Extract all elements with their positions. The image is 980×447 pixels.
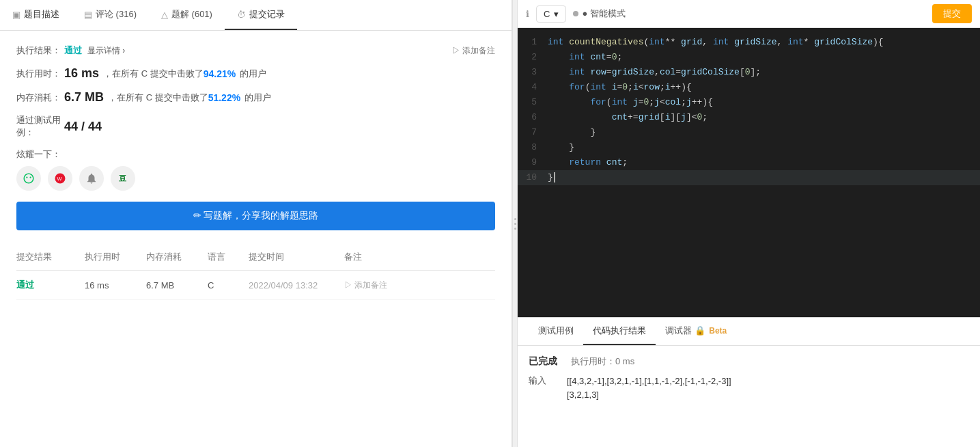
time-suffix: 的用户: [240, 68, 266, 80]
input-row: 输入 [[4,3,2,-1],[3,2,1,-1],[1,1,-1,-2],[-…: [529, 375, 969, 387]
tab-description[interactable]: ▣ 题目描述: [0, 0, 72, 30]
bottom-panel: 测试用例 代码执行结果 调试器 🔒 Beta 已完成 执行用时：0 ms 输入 …: [518, 317, 980, 447]
toolbar-right: 提交: [932, 4, 972, 23]
language-selector[interactable]: C ▾: [536, 5, 566, 23]
testcase-row: 通过测试用例： 44 / 44: [16, 114, 495, 139]
share-label: 炫耀一下：: [16, 148, 495, 161]
exec-time-label: 执行用时：0 ms: [571, 355, 634, 368]
testcase-value: 44 / 44: [64, 120, 102, 134]
code-line-7: 7 }: [518, 125, 980, 140]
memory-suffix: 的用户: [244, 92, 271, 104]
code-line-5: 5 for(int j=0;j<col;j++){: [518, 95, 980, 110]
svg-text:W: W: [57, 176, 63, 182]
comments-icon: ▤: [84, 10, 92, 20]
table-header: 提交结果 执行用时 内存消耗 语言 提交时间 备注: [16, 244, 495, 271]
tab-solutions[interactable]: △ 题解 (601): [149, 0, 225, 30]
code-line-4: 4 for(int i=0;i<row;i++){: [518, 80, 980, 95]
input-label: 输入: [529, 375, 556, 387]
input-value-2: [3,2,1,3]: [567, 390, 599, 400]
completed-row: 已完成 执行用时：0 ms: [529, 355, 969, 368]
time-desc: ，在所有 C 提交中击败了: [103, 68, 204, 80]
memory-percent: 51.22%: [208, 92, 240, 103]
action-button[interactable]: 提交: [932, 4, 972, 23]
left-tabs: ▣ 题目描述 ▤ 评论 (316) △ 题解 (601) ⏱ 提交记录: [0, 0, 512, 31]
row-lang: C: [208, 280, 249, 290]
row-result[interactable]: 通过: [16, 279, 85, 291]
social-icons: W 豆: [16, 166, 495, 191]
svg-text:豆: 豆: [119, 174, 126, 182]
pass-badge: 通过: [64, 44, 82, 57]
wechat-icon[interactable]: [16, 166, 41, 191]
code-line-3: 3 int row=gridSize,col=gridColSize[0];: [518, 65, 980, 80]
lock-icon: 🔒: [695, 325, 705, 336]
time-value: 16 ms: [64, 66, 99, 81]
submissions-table: 提交结果 执行用时 内存消耗 语言 提交时间 备注 通过 16 ms 6.7 M…: [16, 244, 495, 300]
share-social: 炫耀一下： W 豆: [16, 148, 495, 191]
weibo-icon[interactable]: W: [48, 166, 72, 191]
write-solution-button[interactable]: ✏ 写题解，分享我的解题思路: [16, 202, 495, 230]
row-note[interactable]: ▷ 添加备注: [344, 280, 399, 291]
exec-time-row: 执行用时： 16 ms ，在所有 C 提交中击败了 94.21% 的用户: [16, 66, 495, 81]
memory-label: 内存消耗：: [16, 92, 64, 104]
input-value: [[4,3,2,-1],[3,2,1,-1],[1,1,-1,-2],[-1,-…: [567, 376, 731, 386]
tab-exec-result[interactable]: 代码执行结果: [583, 318, 656, 345]
tab-comments[interactable]: ▤ 评论 (316): [72, 0, 149, 30]
smart-mode-indicator: ● 智能模式: [573, 8, 625, 20]
bottom-tabs: 测试用例 代码执行结果 调试器 🔒 Beta: [518, 318, 980, 346]
code-line-1: 1 int countNegatives(int** grid, int gri…: [518, 35, 980, 50]
code-toolbar: ℹ C ▾ ● 智能模式 提交: [518, 0, 980, 28]
memory-desc: ，在所有 C 提交中击败了: [108, 92, 208, 104]
code-line-6: 6 cnt+=grid[i][j]<0;: [518, 110, 980, 125]
execution-result-row: 执行结果： 通过 显示详情 › ▷ 添加备注: [16, 44, 495, 57]
row-date: 2022/04/09 13:32: [249, 280, 344, 290]
time-label: 执行用时：: [16, 68, 64, 80]
add-note-btn[interactable]: ▷ 添加备注: [452, 45, 495, 57]
result-area: 执行结果： 通过 显示详情 › ▷ 添加备注 执行用时： 16 ms ，在所有 …: [0, 31, 512, 447]
bottom-content: 已完成 执行用时：0 ms 输入 [[4,3,2,-1],[3,2,1,-1],…: [518, 346, 980, 447]
code-line-10: 10 }: [518, 170, 980, 185]
mode-dot: [573, 11, 578, 16]
row-memory: 6.7 MB: [146, 280, 208, 290]
beta-badge: Beta: [709, 326, 727, 336]
row-time: 16 ms: [85, 280, 146, 290]
solutions-icon: △: [161, 10, 168, 20]
testcase-label: 通过测试用例：: [16, 114, 64, 139]
panel-divider[interactable]: [512, 0, 518, 447]
completed-label: 已完成: [529, 355, 557, 368]
execution-label: 执行结果：: [16, 44, 64, 57]
code-editor[interactable]: 1 int countNegatives(int** grid, int gri…: [518, 28, 980, 317]
memory-value: 6.7 MB: [64, 90, 104, 105]
description-icon: ▣: [12, 10, 20, 20]
notification-icon[interactable]: [79, 166, 104, 191]
memory-row: 内存消耗： 6.7 MB ，在所有 C 提交中击败了 51.22% 的用户: [16, 90, 495, 105]
time-percent: 94.21%: [204, 68, 236, 79]
code-line-8: 8 }: [518, 140, 980, 155]
input-row-2: [3,2,1,3]: [529, 390, 969, 400]
submissions-icon: ⏱: [237, 10, 246, 20]
code-line-2: 2 int cnt=0;: [518, 50, 980, 65]
info-icon: ℹ: [526, 9, 529, 19]
code-line-9: 9 return cnt;: [518, 155, 980, 170]
table-row: 通过 16 ms 6.7 MB C 2022/04/09 13:32 ▷ 添加备…: [16, 271, 495, 300]
douban-icon[interactable]: 豆: [111, 166, 135, 191]
detail-link[interactable]: 显示详情 ›: [87, 45, 125, 57]
tab-debugger[interactable]: 调试器 🔒 Beta: [656, 318, 736, 345]
tab-test-case[interactable]: 测试用例: [529, 318, 583, 345]
tab-submissions[interactable]: ⏱ 提交记录: [225, 0, 297, 30]
